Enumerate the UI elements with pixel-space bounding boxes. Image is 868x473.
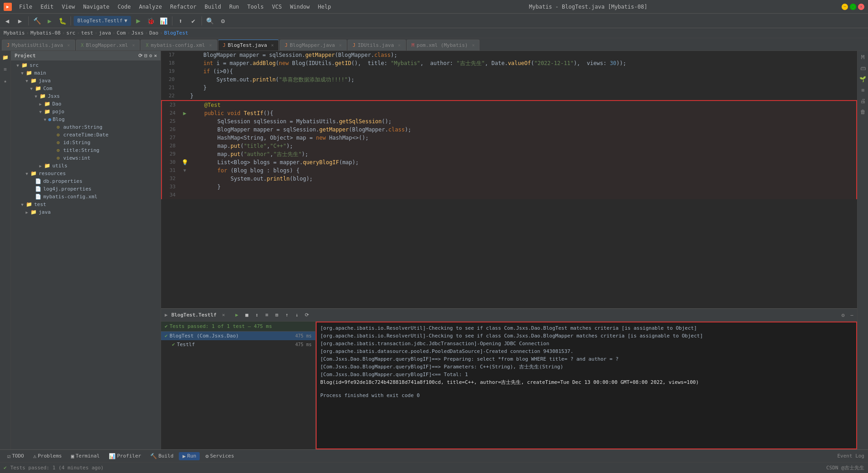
menu-run[interactable]: Run	[226, 3, 243, 11]
maximize-button[interactable]: □	[850, 4, 856, 10]
btb-todo[interactable]: ☑ TODO	[4, 452, 28, 460]
breadcrumb-mybatis[interactable]: Mybatis	[4, 30, 25, 36]
run-rerun-btn[interactable]: ▶	[232, 311, 242, 320]
structure-icon[interactable]: ≡	[1, 65, 10, 74]
tree-main[interactable]: ▼ 📁 main	[11, 69, 161, 77]
tab-blogtest[interactable]: J BlogTest.java ×	[218, 40, 279, 50]
menu-navigate[interactable]: Navigate	[80, 3, 113, 11]
breadcrumb-mybatis08[interactable]: Mybatis-08	[30, 30, 61, 36]
btb-problems[interactable]: ⚠ Problems	[30, 452, 66, 460]
run-expand-btn[interactable]: ⊞	[273, 311, 282, 320]
btb-event-log[interactable]: Event Log	[837, 453, 864, 459]
toolbar-run-green[interactable]: ▶	[133, 15, 144, 26]
rsb-print-icon[interactable]: 🖨	[858, 96, 868, 106]
menu-vcs[interactable]: VCS	[268, 3, 286, 11]
tree-field-id[interactable]: ⊙ id:String	[11, 139, 161, 146]
run-config-selector[interactable]: BlogTest.Testlf ▼	[74, 16, 131, 26]
run-scroll-btn[interactable]: ⟳	[303, 311, 312, 320]
favorites-icon[interactable]: ★	[1, 76, 10, 86]
toolbar-build-btn[interactable]: 🔨	[31, 15, 42, 26]
breadcrumb-com[interactable]: Com	[117, 30, 126, 36]
tab-close-mybatisutils[interactable]: ×	[67, 43, 70, 48]
menu-analyze[interactable]: Analyze	[135, 3, 166, 11]
breadcrumb-test[interactable]: test	[81, 30, 93, 36]
breadcrumb-dao[interactable]: Dao	[149, 30, 158, 36]
tree-field-author[interactable]: ⊙ author:String	[11, 123, 161, 131]
toolbar-back-btn[interactable]: ◀	[2, 15, 13, 26]
menu-build[interactable]: Build	[201, 3, 225, 11]
tree-blog-class[interactable]: ▼ ● Blog	[11, 116, 161, 123]
tree-com[interactable]: ▼ 📁 Com	[11, 85, 161, 92]
sidebar-close-icon[interactable]: ×	[154, 53, 157, 59]
run-title-close[interactable]: ×	[222, 312, 225, 318]
tree-src[interactable]: ▼ 📁 src	[11, 61, 161, 69]
menu-code[interactable]: Code	[114, 3, 135, 11]
maven-icon[interactable]: M	[858, 53, 868, 62]
menu-window[interactable]: Window	[286, 3, 313, 11]
rsb-structure-icon[interactable]: ≡	[858, 86, 868, 95]
btb-terminal[interactable]: ▣ Terminal	[67, 452, 103, 460]
tab-blogmapper-xml[interactable]: X BlogMapper.xml ×	[76, 40, 140, 50]
fold-gutter-icon[interactable]: ▼	[183, 166, 186, 175]
btb-services[interactable]: ⚙ Services	[202, 452, 237, 460]
run-filter-btn[interactable]: ≡	[262, 311, 272, 320]
tree-test-java[interactable]: ▶ 📁 java	[11, 208, 161, 216]
breadcrumb-jsxs[interactable]: Jsxs	[131, 30, 144, 36]
tab-close-idutils[interactable]: ×	[398, 43, 401, 48]
toolbar-debug-green[interactable]: 🐞	[146, 15, 156, 26]
spring-icon[interactable]: 🌱	[858, 75, 868, 84]
run-stop-btn[interactable]: ■	[242, 311, 252, 320]
run-gutter-icon[interactable]: ▶	[183, 109, 186, 117]
toolbar-run-icon[interactable]: ▶	[44, 15, 55, 26]
btb-profiler[interactable]: 📊 Profiler	[105, 452, 145, 460]
tab-blogmapper-java[interactable]: J BlogMapper.java ×	[280, 40, 347, 50]
btb-run[interactable]: ▶ Run	[179, 452, 200, 460]
tree-java[interactable]: ▼ 📁 java	[11, 77, 161, 85]
tree-db-properties[interactable]: 📄 db.properties	[11, 177, 161, 185]
tree-mybatis-config-xml[interactable]: 📄 mybatis-config.xml	[11, 193, 161, 201]
breadcrumb-java[interactable]: java	[99, 30, 111, 36]
toolbar-vcs-update[interactable]: ⬆	[175, 15, 186, 26]
tree-field-title[interactable]: ⊙ title:String	[11, 146, 161, 154]
tree-resources[interactable]: ▼ 📁 resources	[11, 170, 161, 177]
tree-log4j-properties[interactable]: 📄 log4j.properties	[11, 185, 161, 193]
toolbar-vcs-commit[interactable]: ✔	[188, 15, 199, 26]
tab-mybatis-config[interactable]: X mybatis-config.xml ×	[141, 40, 217, 50]
toolbar-coverage-btn[interactable]: 📊	[158, 15, 169, 26]
tab-close-blogtest[interactable]: ×	[271, 43, 274, 48]
sidebar-sync-icon[interactable]: ⟳	[138, 53, 142, 59]
run-up-btn[interactable]: ↑	[283, 311, 292, 320]
toolbar-forward-btn[interactable]: ▶	[15, 15, 25, 26]
tree-dao[interactable]: ▶ 📁 Dao	[11, 100, 161, 108]
run-minimize-btn[interactable]: −	[850, 312, 853, 318]
tree-field-views[interactable]: ⊙ views:int	[11, 154, 161, 162]
test-item-blogtest[interactable]: ✔ BlogTest (Com.Jsxs.Dao) 475 ms	[161, 332, 315, 340]
run-settings-btn[interactable]: ⚙	[842, 312, 845, 318]
database-icon[interactable]: 🗃	[858, 64, 868, 73]
tab-close-blogmapperjava[interactable]: ×	[339, 43, 342, 48]
sidebar-settings-icon[interactable]: ⚙	[149, 53, 152, 59]
code-editor[interactable]: 17 BlogMapper mapper = sqlSession.getMap…	[161, 51, 857, 308]
tab-close-pomxml[interactable]: ×	[472, 43, 474, 48]
menu-tools[interactable]: Tools	[244, 3, 267, 11]
tree-jsxs[interactable]: ▼ 📁 Jsxs	[11, 92, 161, 100]
tab-mybatisutils[interactable]: J MybatisUtils.java ×	[2, 40, 75, 50]
tree-pojo[interactable]: ▼ 📁 pojo	[11, 108, 161, 116]
toolbar-settings-btn[interactable]: ⚙	[217, 15, 228, 26]
test-item-testlf[interactable]: ✔ Testlf 475 ms	[161, 340, 315, 349]
tree-utils[interactable]: ▶ 📁 utils	[11, 162, 161, 170]
toolbar-debug-btn[interactable]: 🐛	[57, 15, 68, 26]
tab-idutils[interactable]: J IDUtils.java ×	[348, 40, 406, 50]
breadcrumb-src[interactable]: src	[66, 30, 76, 36]
menu-refactor[interactable]: Refactor	[167, 3, 200, 11]
run-log-panel[interactable]: [org.apache.ibatis.io.ResolverUtil]-Chec…	[316, 322, 857, 449]
run-sort-btn[interactable]: ↕	[252, 311, 262, 320]
project-icon[interactable]: 📁	[1, 53, 10, 62]
btb-build[interactable]: 🔨 Build	[146, 452, 177, 460]
tree-field-createtime[interactable]: ⊙ createTime:Date	[11, 131, 161, 139]
run-down-btn[interactable]: ↓	[293, 311, 302, 320]
sidebar-collapse-icon[interactable]: ⊟	[144, 53, 147, 59]
close-button[interactable]: ×	[858, 4, 864, 10]
minimize-button[interactable]: −	[842, 4, 848, 10]
breadcrumb-blogtest[interactable]: BlogTest	[164, 30, 188, 36]
